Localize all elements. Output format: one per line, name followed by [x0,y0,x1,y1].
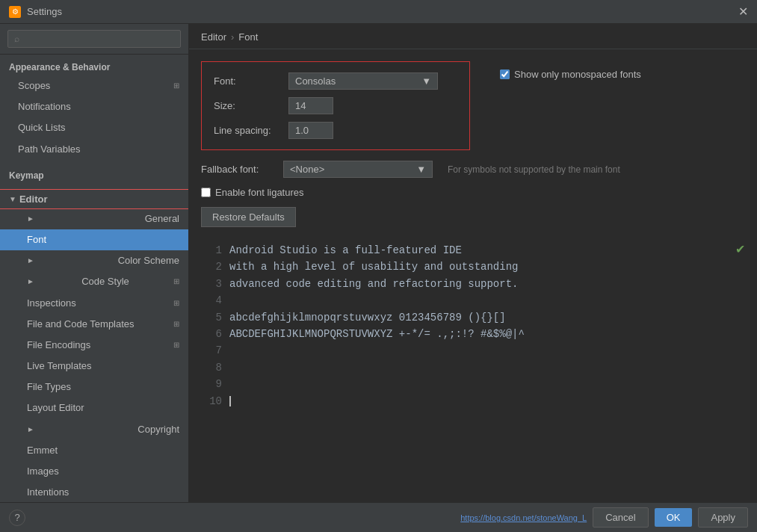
editor-section: Editor General Font Color Scheme Code St… [0,187,188,502]
preview-line-5: 5 abcdefghijklmnopqrstuvwxyz 0123456789 … [201,309,745,326]
preview-text-6: ABCDEFGHIJKLMNOPQRSTUVWXYZ +-*/= .,;:!? … [229,326,745,342]
scopes-config-icon: ⊞ [173,81,179,91]
breadcrumb-font: Font [238,31,258,43]
title-bar: ⚙ Settings ✕ [0,0,757,24]
sidebar-item-file-code-templates[interactable]: File and Code Templates ⊞ [0,314,188,335]
sidebar-item-layout-editor[interactable]: Layout Editor [0,398,188,418]
fallback-font-dropdown[interactable]: <None> ▼ [283,161,433,178]
line-number-7: 7 [201,342,222,359]
content-area: Editor › Font Font: Consolas ▼ [189,24,757,502]
sidebar-item-inspections[interactable]: Inspections ⊞ [0,293,188,314]
line-number-1: 1 [201,242,222,259]
code-style-config-icon: ⊞ [173,276,179,287]
line-spacing-label: Line spacing: [214,125,288,136]
sidebar-item-color-scheme[interactable]: Color Scheme [0,250,188,271]
sidebar: Appearance & Behavior Scopes ⊞ Notificat… [0,24,189,502]
breadcrumb-editor: Editor [201,31,226,43]
preview-text-9 [229,376,745,392]
window-title: Settings [27,6,62,17]
line-spacing-row: Line spacing: [214,122,457,139]
font-settings-box: Font: Consolas ▼ Size: Line spacing: [201,61,470,150]
font-dropdown-arrow: ▼ [421,75,431,87]
sidebar-item-emmet[interactable]: Emmet [0,440,188,461]
fallback-dropdown-arrow: ▼ [416,164,426,175]
sidebar-item-code-style[interactable]: Code Style ⊞ [0,271,188,292]
sidebar-item-font[interactable]: Font [0,229,188,250]
sidebar-item-copyright[interactable]: Copyright [0,419,188,440]
preview-text-10 [229,393,745,409]
file-encodings-config-icon: ⊞ [173,340,179,350]
preview-line-1: 1 Android Studio is a full-featured IDE [201,242,745,259]
status-url: https://blog.csdn.net/stoneWang_L [460,513,587,522]
general-arrow [27,214,34,224]
sidebar-item-keymap[interactable]: Keymap [0,166,188,184]
bottom-right: https://blog.csdn.net/stoneWang_L Cancel… [460,507,748,528]
breadcrumb-separator: › [231,31,234,43]
bottom-bar: ? https://blog.csdn.net/stoneWang_L Canc… [0,502,757,532]
preview-text-8 [229,359,745,376]
sidebar-item-file-types[interactable]: File Types [0,377,188,398]
sidebar-item-general[interactable]: General [0,208,188,229]
font-row: Font: Consolas ▼ [214,72,457,90]
preview-line-2: 2 with a high level of usability and out… [201,259,745,275]
line-number-6: 6 [201,326,222,342]
sidebar-item-live-templates[interactable]: Live Templates [0,356,188,377]
ok-button[interactable]: OK [655,508,693,527]
apply-button[interactable]: Apply [698,507,748,528]
main-container: Appearance & Behavior Scopes ⊞ Notificat… [0,24,757,502]
line-number-10: 10 [201,393,222,409]
line-number-3: 3 [201,276,222,292]
line-number-4: 4 [201,292,222,309]
font-dropdown[interactable]: Consolas ▼ [288,72,438,90]
appearance-behavior-section: Appearance & Behavior Scopes ⊞ Notificat… [0,55,188,163]
size-input[interactable] [288,97,333,114]
search-input[interactable] [7,30,181,48]
sidebar-item-intentions[interactable]: Intentions [0,482,188,502]
sidebar-group-editor[interactable]: Editor [0,190,188,208]
preview-text-2: with a high level of usability and outst… [229,259,745,275]
preview-line-4: 4 [201,292,745,309]
preview-text-4 [229,292,745,309]
checkmark-icon: ✔ [735,242,745,256]
sidebar-item-path-variables[interactable]: Path Variables [0,139,188,160]
color-scheme-arrow [27,256,34,266]
line-number-9: 9 [201,376,222,392]
line-number-5: 5 [201,309,222,326]
preview-text-7 [229,342,745,359]
settings-panel: Font: Consolas ▼ Size: Line spacing: [189,49,757,236]
search-box [0,24,188,55]
settings-icon: ⚙ [9,6,21,18]
cancel-button[interactable]: Cancel [593,507,648,528]
sidebar-group-appearance-behavior[interactable]: Appearance & Behavior [0,58,188,75]
line-spacing-input[interactable] [288,122,333,139]
sidebar-item-quick-lists[interactable]: Quick Lists [0,117,188,138]
preview-line-3: 3 advanced code editing and refactoring … [201,276,745,292]
ligature-label[interactable]: Enable font ligatures [201,187,304,198]
show-monospaced-label[interactable]: Show only monospaced fonts [500,69,641,80]
code-style-arrow [27,276,34,287]
preview-text-5: abcdefghijklmnopqrstuvwxyz 0123456789 ()… [229,309,745,326]
monospaced-options: Show only monospaced fonts [500,69,641,80]
sidebar-item-file-encodings[interactable]: File Encodings ⊞ [0,335,188,356]
line-number-8: 8 [201,359,222,376]
editor-expand-arrow [9,195,16,203]
font-value: Consolas [295,75,336,87]
show-monospaced-checkbox[interactable] [500,69,510,79]
title-bar-left: ⚙ Settings [9,6,62,18]
preview-line-9: 9 [201,376,745,392]
ligature-checkbox[interactable] [201,188,211,197]
size-row: Size: [214,97,457,114]
sidebar-item-notifications[interactable]: Notifications [0,96,188,117]
copyright-arrow [27,424,34,435]
restore-defaults-button[interactable]: Restore Defaults [201,207,296,227]
size-label: Size: [214,100,288,111]
close-button[interactable]: ✕ [738,6,748,18]
preview-line-10: 10 [201,393,745,409]
sidebar-item-scopes[interactable]: Scopes ⊞ [0,75,188,96]
preview-text-1: Android Studio is a full-featured IDE [229,242,745,259]
fallback-font-hint: For symbols not supported by the main fo… [448,164,620,175]
help-button[interactable]: ? [9,510,25,526]
keymap-section: Keymap [0,163,188,187]
sidebar-item-images[interactable]: Images [0,461,188,482]
preview-line-7: 7 [201,342,745,359]
